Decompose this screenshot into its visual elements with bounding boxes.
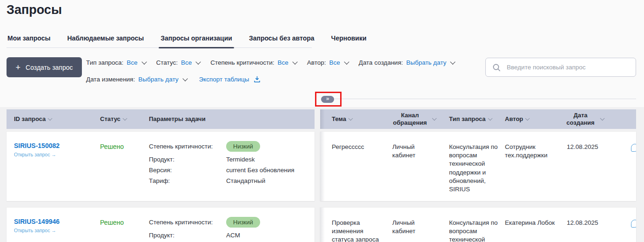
theme-cell: Проверка изменения статуса запроса xyxy=(332,219,387,242)
param-product: Продукт: Termidesk xyxy=(149,154,295,165)
panel-divider-line xyxy=(335,99,636,99)
column-header-theme[interactable]: Тема xyxy=(332,115,352,123)
comment-bubble-icon[interactable] xyxy=(631,220,636,228)
tab-watched-requests[interactable]: Наблюдаемые запросы xyxy=(66,34,145,47)
request-type-cell: Консультация по вопросам технической под… xyxy=(449,143,499,194)
tab-drafts[interactable]: Черновики xyxy=(330,34,368,47)
column-header-params-label: Параметры задачи xyxy=(149,115,206,123)
annotation-highlight-box xyxy=(315,92,342,107)
filter-request-type-label: Тип запроса: xyxy=(86,59,123,66)
filters-row-1: Тип запроса: Все Статус: Все Степень кри… xyxy=(86,59,455,66)
author-cell: Екатерина Лобок xyxy=(505,219,557,227)
filter-criticality-label: Степень критичности: xyxy=(210,59,274,66)
column-header-created-label: Дата создания xyxy=(563,112,598,127)
column-header-params: Параметры задачи xyxy=(149,115,206,123)
column-header-type[interactable]: Тип запроса xyxy=(449,115,492,123)
column-header-author[interactable]: Автор xyxy=(505,115,529,123)
chevron-down-icon xyxy=(182,76,188,81)
table-row: Проверка изменения статуса запроса Личны… xyxy=(320,208,636,242)
filter-author[interactable]: Автор: Все xyxy=(307,59,349,66)
column-header-author-label: Автор xyxy=(505,115,523,123)
sort-chevron-icon[interactable] xyxy=(122,116,127,121)
sort-chevron-icon[interactable] xyxy=(432,116,437,121)
created-date-cell: 12.08.2025 xyxy=(567,219,613,227)
plus-icon: + xyxy=(16,63,21,72)
filter-criticality-value[interactable]: Все xyxy=(278,59,288,66)
param-value: Стандартный xyxy=(226,177,265,184)
comment-bubble-icon[interactable] xyxy=(631,144,636,152)
param-value: ACM xyxy=(226,232,240,239)
param-product: Продукт: ACM xyxy=(149,230,289,241)
request-id-cell: SIRIUS-149946 Открыть запрос → xyxy=(14,218,60,233)
status-text: Решено xyxy=(100,219,124,226)
filter-date-modified-value[interactable]: Выбрать дату xyxy=(138,76,178,83)
param-label: Степень критичности: xyxy=(149,219,226,226)
export-table-label: Экспорт таблицы xyxy=(199,76,249,83)
param-criticality: Степень критичности: Низкий xyxy=(149,141,295,152)
open-request-label: Открыть запрос xyxy=(14,228,50,233)
requests-page: { "page": { "title": "Запросы" }, "tabs"… xyxy=(0,0,644,242)
chevron-down-icon xyxy=(141,59,147,64)
channel-cell: Личный кабинет xyxy=(392,219,430,235)
open-request-link[interactable]: Открыть запрос → xyxy=(14,152,60,157)
sort-chevron-icon[interactable] xyxy=(600,116,605,121)
open-request-link[interactable]: Открыть запрос → xyxy=(14,228,60,233)
filter-date-modified[interactable]: Дата изменения: Выбрать дату xyxy=(86,76,187,83)
filter-request-type-value[interactable]: Все xyxy=(127,59,137,66)
search-box[interactable] xyxy=(485,58,636,77)
tab-no-author-requests[interactable]: Запросы без автора xyxy=(248,34,315,47)
create-request-label: Создать запрос xyxy=(26,64,73,71)
filter-status-label: Статус: xyxy=(156,59,178,66)
filter-date-created[interactable]: Дата создания: Выбрать дату xyxy=(359,59,455,66)
param-version: Версия: current Без обновления xyxy=(149,165,295,175)
sort-chevron-icon[interactable] xyxy=(525,116,530,121)
param-label: Продукт: xyxy=(149,156,226,163)
sort-chevron-icon[interactable] xyxy=(349,116,353,121)
filter-criticality[interactable]: Степень критичности: Все xyxy=(210,59,297,66)
status-text: Решено xyxy=(100,143,124,150)
param-label: Продукт: xyxy=(149,232,226,239)
criticality-badge: Низкий xyxy=(226,141,260,152)
table-header-left: ID запроса Статус Параметры задачи xyxy=(7,109,315,129)
column-header-channel[interactable]: Канал обращения xyxy=(390,112,441,127)
filter-date-modified-label: Дата изменения: xyxy=(86,76,135,83)
search-icon xyxy=(492,63,501,72)
param-criticality: Степень критичности: Низкий xyxy=(149,217,289,228)
column-header-id-label: ID запроса xyxy=(14,115,46,123)
criticality-badge: Низкий xyxy=(226,217,260,228)
tab-organization-requests[interactable]: Запросы организации xyxy=(160,34,233,47)
request-id-link[interactable]: SIRIUS-149946 xyxy=(14,218,60,225)
param-tariff: Тариф: Стандартный xyxy=(149,175,295,186)
table-row: SIRIUS-150082 Открыть запрос → Решено Ст… xyxy=(7,132,315,201)
filter-date-created-value[interactable]: Выбрать дату xyxy=(406,59,446,66)
table-header-right: Тема Канал обращения Тип запроса Автор Д… xyxy=(320,109,636,129)
create-request-button[interactable]: + Создать запрос xyxy=(7,57,82,77)
search-input[interactable] xyxy=(506,63,629,71)
filter-date-created-label: Дата создания: xyxy=(359,59,403,66)
chevron-down-icon xyxy=(196,59,201,64)
download-icon xyxy=(254,76,261,83)
tab-my-requests[interactable]: Мои запросы xyxy=(7,34,51,47)
arrow-right-icon: → xyxy=(51,152,56,157)
column-header-id[interactable]: ID запроса xyxy=(14,115,52,123)
sort-chevron-icon[interactable] xyxy=(48,116,53,121)
filter-request-type[interactable]: Тип запроса: Все xyxy=(86,59,146,66)
chevron-down-icon xyxy=(450,59,456,64)
export-table-link[interactable]: Экспорт таблицы xyxy=(199,76,261,83)
theme-cell: Регрессссс xyxy=(332,143,387,151)
table-row: SIRIUS-149946 Открыть запрос → Решено Ст… xyxy=(7,208,315,242)
param-label: Версия: xyxy=(149,167,226,174)
request-type-cell: Консультация по вопросам технической под… xyxy=(449,219,499,242)
task-params: Степень критичности: Низкий Продукт: Ter… xyxy=(149,141,295,186)
request-id-link[interactable]: SIRIUS-150082 xyxy=(14,142,60,149)
column-header-theme-label: Тема xyxy=(332,115,346,123)
chevron-down-icon xyxy=(292,59,297,64)
sort-chevron-icon[interactable] xyxy=(488,116,492,121)
filter-status-value[interactable]: Все xyxy=(181,59,192,66)
tabs-bar: Мои запросы Наблюдаемые запросы Запросы … xyxy=(7,34,312,48)
filter-author-value[interactable]: Все xyxy=(329,59,340,66)
channel-cell: Личный кабинет xyxy=(392,143,430,160)
column-header-created[interactable]: Дата создания xyxy=(563,112,617,127)
column-header-status[interactable]: Статус xyxy=(100,115,127,123)
filter-status[interactable]: Статус: Все xyxy=(156,59,201,66)
